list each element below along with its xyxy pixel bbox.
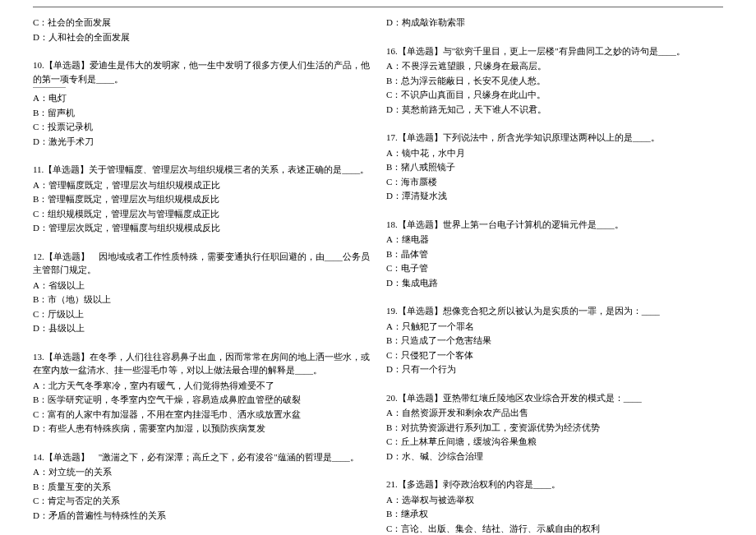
option: B：管理幅度既定，管理层次与组织规模成反比 <box>33 192 370 206</box>
option: A：继电器 <box>386 233 723 247</box>
option: B：猪八戒照镜子 <box>386 160 723 174</box>
option: B：对抗势资源进行系列加工，变资源优势为经济优势 <box>386 421 723 435</box>
option: C：海市蜃楼 <box>386 175 723 189</box>
option: D：有些人患有特殊疾病，需要室内加湿，以预防疾病复发 <box>33 422 370 436</box>
option: A：省级以上 <box>33 279 370 293</box>
option: D：构成敲诈勒索罪 <box>386 16 723 30</box>
question-18: 18.【单选题】世界上第一台电子计算机的逻辑元件是____。 A：继电器 B：晶… <box>386 218 723 290</box>
question-13: 13.【单选题】在冬季，人们往往容易鼻子出血，因而常常在房间的地上洒一些水，或在… <box>33 350 370 436</box>
option: D：县级以上 <box>33 321 370 335</box>
option: D：激光手术刀 <box>33 135 370 149</box>
option: B：总为浮云能蔽日，长安不见使人愁。 <box>386 74 723 88</box>
question-21: 21.【多选题】剥夺政治权利的内容是____。 A：选举权与被选举权 B：继承权… <box>386 477 723 535</box>
question-16: 16.【单选题】与"欲穷千里目，更上一层楼"有异曲同工之妙的诗句是____。 A… <box>386 44 723 117</box>
option: C：富有的人家中有加湿器，不用在室内挂湿毛巾、洒水或放置水盆 <box>33 408 370 422</box>
question-9-partial: C：社会的全面发展 D：人和社会的全面发展 <box>33 16 370 44</box>
question-stem: 13.【单选题】在冬季，人们往往容易鼻子出血，因而常常在房间的地上洒一些水，或在… <box>33 350 370 377</box>
option: A：对立统一的关系 <box>33 465 370 479</box>
option: B：继承权 <box>386 507 723 521</box>
option: C：厅级以上 <box>33 307 370 321</box>
option: A：只触犯了一个罪名 <box>386 320 723 334</box>
question-stem: 18.【单选题】世界上第一台电子计算机的逻辑元件是____。 <box>386 218 723 232</box>
option: D：水、碱、沙综合治理 <box>386 450 723 464</box>
option: D：莫愁前路无知己，天下谁人不识君。 <box>386 103 723 117</box>
option: B：留声机 <box>33 106 370 120</box>
question-stem: 12.【单选题】 因地域或者工作性质特殊，需要变通执行任职回避的，由____公务… <box>33 250 370 277</box>
question-19: 19.【单选题】想像竞合犯之所以被认为是实质的一罪，是因为：____ A：只触犯… <box>386 304 723 376</box>
question-stem: 21.【多选题】剥夺政治权利的内容是____。 <box>386 477 723 491</box>
question-stem: 20.【单选题】亚热带红壤丘陵地区农业综合开发的模式是：____ <box>386 391 723 405</box>
option: C：言论、出版、集会、结社、游行、示威自由的权利 <box>386 522 723 536</box>
question-14: 14.【单选题】 "激湍之下，必有深潭；高丘之下，必有浚谷"蕴涵的哲理是____… <box>33 450 370 523</box>
option: A：不畏浮云遮望眼，只缘身在最高层。 <box>386 59 723 73</box>
question-stem: 10.【单选题】爱迪生是伟大的发明家，他一生中发明了很多方便人们生活的产品，他的… <box>33 58 370 85</box>
content-columns: C：社会的全面发展 D：人和社会的全面发展 10.【单选题】爱迪生是伟大的发明家… <box>33 16 723 535</box>
option: B：市（地）级以上 <box>33 293 370 307</box>
option: B：质量互变的关系 <box>33 480 370 494</box>
question-stem: 16.【单选题】与"欲穷千里目，更上一层楼"有异曲同工之妙的诗句是____。 <box>386 44 723 58</box>
question-11: 11.【单选题】关于管理幅度、管理层次与组织规模三者的关系，表述正确的是____… <box>33 163 370 235</box>
question-20: 20.【单选题】亚热带红壤丘陵地区农业综合开发的模式是：____ A：自然资源开… <box>386 391 723 464</box>
question-stem: 14.【单选题】 "激湍之下，必有深潭；高丘之下，必有浚谷"蕴涵的哲理是____… <box>33 450 370 464</box>
option: A：管理幅度既定，管理层次与组织规模成正比 <box>33 178 370 192</box>
option: D：集成电路 <box>386 276 723 290</box>
option: C：不识庐山真面目，只缘身在此山中。 <box>386 88 723 102</box>
question-10: 10.【单选题】爱迪生是伟大的发明家，他一生中发明了很多方便人们生活的产品，他的… <box>33 58 370 148</box>
option: B：医学研究证明，冬季室内空气干燥，容易造成鼻腔血管壁的破裂 <box>33 393 370 407</box>
option: A：电灯 <box>33 91 370 105</box>
option: B：晶体管 <box>386 247 723 261</box>
question-12: 12.【单选题】 因地域或者工作性质特殊，需要变通执行任职回避的，由____公务… <box>33 250 370 335</box>
option: C：肯定与否定的关系 <box>33 494 370 508</box>
option: D：潭清疑水浅 <box>386 189 723 203</box>
option: D：管理层次既定，管理幅度与组织规模成反比 <box>33 221 370 235</box>
option: C：电子管 <box>386 261 723 275</box>
option: C：丘上林草丘间塘，缓坡沟谷果鱼粮 <box>386 435 723 449</box>
blank-line <box>33 87 66 88</box>
right-column: D：构成敲诈勒索罪 16.【单选题】与"欲穷千里目，更上一层楼"有异曲同工之妙的… <box>386 16 723 535</box>
option: D：矛盾的普遍性与特殊性的关系 <box>33 509 370 523</box>
question-stem: 19.【单选题】想像竞合犯之所以被认为是实质的一罪，是因为：____ <box>386 304 723 318</box>
option: B：只造成了一个危害结果 <box>386 334 723 348</box>
question-stem: 11.【单选题】关于管理幅度、管理层次与组织规模三者的关系，表述正确的是____… <box>33 163 370 177</box>
option: D：只有一个行为 <box>386 362 723 376</box>
option: C：组织规模既定，管理层次与管理幅度成正比 <box>33 207 370 221</box>
option: C：只侵犯了一个客体 <box>386 348 723 362</box>
option: A：镜中花，水中月 <box>386 146 723 160</box>
question-17: 17.【单选题】下列说法中，所含光学知识原理达两种以上的是____。 A：镜中花… <box>386 131 723 203</box>
option: A：选举权与被选举权 <box>386 493 723 507</box>
option: C：社会的全面发展 <box>33 16 370 30</box>
option: A：北方天气冬季寒冷，室内有暖气，人们觉得热得难受不了 <box>33 379 370 393</box>
page-divider <box>33 7 723 7</box>
option: D：人和社会的全面发展 <box>33 30 370 44</box>
option: C：投票记录机 <box>33 120 370 134</box>
question-15-partial: D：构成敲诈勒索罪 <box>386 16 723 30</box>
left-column: C：社会的全面发展 D：人和社会的全面发展 10.【单选题】爱迪生是伟大的发明家… <box>33 16 370 535</box>
option: A：自然资源开发和剩余农产品出售 <box>386 406 723 420</box>
question-stem: 17.【单选题】下列说法中，所含光学知识原理达两种以上的是____。 <box>386 131 723 145</box>
